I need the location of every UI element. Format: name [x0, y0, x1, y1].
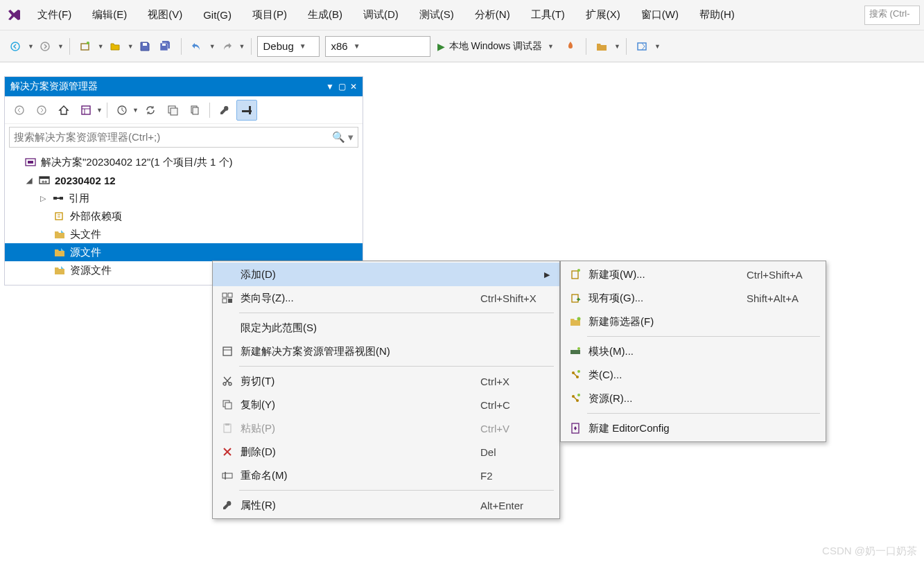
chevron-down-icon[interactable]: ▼ — [58, 43, 64, 50]
chevron-down-icon: ▼ — [354, 42, 360, 50]
redo-button[interactable] — [217, 37, 236, 56]
menu-tools[interactable]: 工具(T) — [523, 4, 573, 26]
new-project-button[interactable] — [76, 37, 95, 56]
chevron-down-icon[interactable]: ▼ — [209, 43, 216, 50]
maximize-icon[interactable]: ▢ — [338, 82, 346, 91]
pending-changes-button[interactable] — [112, 100, 132, 121]
menu-item-label: 限定为此范围(S) — [241, 322, 479, 335]
hot-reload-button[interactable] — [561, 37, 580, 56]
menu-item[interactable]: 现有项(G)...Shift+Alt+A — [561, 286, 826, 310]
nav-forward-button[interactable] — [35, 37, 55, 56]
preview-button[interactable] — [236, 100, 257, 121]
menu-item[interactable]: 类(C)... — [561, 363, 826, 387]
svg-point-8 — [37, 106, 46, 114]
menu-file[interactable]: 文件(F) — [29, 4, 80, 26]
external-deps-icon — [53, 210, 66, 222]
svg-rect-25 — [223, 293, 227, 297]
menu-item[interactable]: 重命名(M)F2 — [213, 464, 559, 487]
back-button[interactable] — [9, 100, 30, 121]
save-all-button[interactable] — [156, 37, 175, 56]
properties-button[interactable] — [214, 100, 235, 121]
rename-icon — [216, 471, 239, 480]
chevron-down-icon[interactable]: ▼ — [239, 43, 245, 50]
menu-item[interactable]: 复制(Y)Ctrl+C — [213, 393, 559, 416]
solution-node[interactable]: 解决方案"20230402 12"(1 个项目/共 1 个) — [5, 153, 363, 171]
menu-window[interactable]: 窗口(W) — [633, 4, 687, 26]
external-deps-node[interactable]: 外部依赖项 — [5, 207, 363, 225]
menu-project[interactable]: 项目(P) — [244, 4, 295, 26]
menu-item[interactable]: 属性(R)Alt+Enter — [213, 493, 559, 517]
menu-git[interactable]: Git(G) — [195, 5, 240, 25]
menu-edit[interactable]: 编辑(E) — [84, 4, 135, 26]
header-files-node[interactable]: 头文件 — [5, 225, 363, 243]
menu-item[interactable]: 模块(M)... — [561, 340, 826, 363]
search-box[interactable]: 搜索 (Ctrl- — [864, 6, 920, 25]
menu-view[interactable]: 视图(V) — [139, 4, 191, 26]
search-icon: 🔍 ▾ — [332, 131, 354, 143]
expand-arrow-icon[interactable]: ▷ — [38, 194, 48, 203]
watermark: CSDN @奶一口奶茶 — [822, 545, 917, 558]
live-share-button[interactable] — [632, 37, 652, 56]
folder-button[interactable] — [592, 37, 611, 56]
toolbar: ▼ ▼ ▼ ▼ ▼ ▼ Debug▼ x86▼ ▶本地 Windows 调试器▼… — [0, 30, 924, 62]
separator — [69, 38, 70, 55]
home-button[interactable] — [53, 100, 74, 121]
menu-item-shortcut: Ctrl+Shift+X — [480, 292, 550, 304]
solution-search-input[interactable]: 搜索解决方案资源管理器(Ctrl+;) 🔍 ▾ — [9, 127, 358, 148]
menu-item-label: 重命名(M) — [241, 469, 479, 482]
menu-analyze[interactable]: 分析(N) — [467, 4, 518, 26]
undo-button[interactable] — [187, 37, 207, 56]
menu-item[interactable]: 资源(R)... — [561, 387, 826, 410]
menu-item[interactable]: 剪切(T)Ctrl+X — [213, 369, 559, 393]
switch-views-button[interactable] — [76, 100, 96, 121]
chevron-down-icon[interactable]: ▼ — [654, 43, 661, 50]
svg-rect-20 — [40, 177, 49, 179]
svg-rect-9 — [82, 106, 90, 114]
expand-arrow-icon[interactable]: ◢ — [24, 176, 34, 185]
platform-combo[interactable]: x86▼ — [325, 36, 430, 57]
menu-help[interactable]: 帮助(H) — [691, 4, 743, 26]
menu-item[interactable]: 新建项(W)...Ctrl+Shift+A — [561, 263, 826, 286]
close-icon[interactable]: ✕ — [350, 82, 357, 91]
menu-item[interactable]: 新建 EditorConfig — [561, 416, 826, 440]
save-button[interactable] — [135, 37, 155, 56]
nav-back-button[interactable] — [6, 37, 25, 56]
svg-point-38 — [577, 269, 580, 272]
pin-dropdown-icon[interactable]: ▼ — [326, 82, 334, 91]
solution-label: 解决方案"20230402 12"(1 个项目/共 1 个) — [41, 156, 233, 169]
menu-extensions[interactable]: 扩展(X) — [577, 4, 629, 26]
paste-icon — [216, 423, 239, 434]
chevron-down-icon[interactable]: ▼ — [614, 43, 620, 50]
run-button[interactable]: ▶本地 Windows 调试器▼ — [432, 36, 560, 57]
chevron-down-icon[interactable]: ▼ — [98, 43, 104, 50]
config-combo[interactable]: Debug▼ — [257, 36, 320, 57]
svg-point-1 — [41, 42, 49, 51]
chevron-down-icon[interactable]: ▼ — [28, 43, 34, 50]
context-submenu: 新建项(W)...Ctrl+Shift+A现有项(G)...Shift+Alt+… — [560, 261, 826, 442]
chevron-down-icon[interactable]: ▼ — [128, 43, 134, 50]
menu-item[interactable]: 类向导(Z)...Ctrl+Shift+X — [213, 286, 559, 310]
menu-item[interactable]: 新建筛选器(F) — [561, 310, 826, 333]
menu-item[interactable]: 新建解决方案资源管理器视图(N) — [213, 340, 559, 363]
svg-rect-27 — [223, 299, 227, 303]
menu-build[interactable]: 生成(B) — [299, 4, 351, 26]
config-value: Debug — [263, 40, 294, 52]
menu-debug[interactable]: 调试(D) — [355, 4, 407, 26]
source-files-node[interactable]: 源文件 — [5, 243, 363, 261]
project-node[interactable]: ◢ ++ 20230402 12 — [5, 171, 363, 189]
svg-point-42 — [577, 347, 580, 350]
menu-test[interactable]: 测试(S) — [411, 4, 462, 26]
menu-item[interactable]: 删除(D)Del — [213, 440, 559, 464]
menu-item[interactable]: 限定为此范围(S) — [213, 316, 559, 340]
references-node[interactable]: ▷ 引用 — [5, 189, 363, 207]
forward-button[interactable] — [31, 100, 52, 121]
menu-item[interactable]: 添加(D)▶ — [213, 263, 559, 286]
sync-button[interactable] — [140, 100, 161, 121]
open-file-button[interactable] — [105, 37, 125, 56]
show-all-files-button[interactable] — [184, 100, 205, 121]
wizard-icon — [216, 292, 239, 304]
menu-item-shortcut: F2 — [480, 470, 550, 482]
class-icon — [564, 369, 587, 380]
collapse-all-button[interactable] — [162, 100, 183, 121]
delete-icon — [216, 447, 239, 457]
